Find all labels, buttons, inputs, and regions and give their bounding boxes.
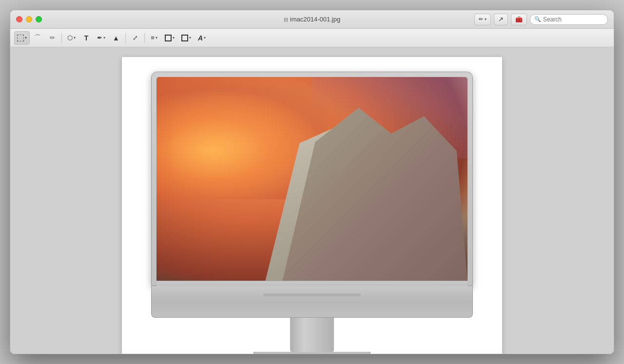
chevron-down-icon: ▾ (74, 36, 76, 40)
chevron-down-icon: ▾ (204, 36, 206, 40)
app-window: ⊟imac2014-001.jpg ✏ ▾ ↗ 🧰 🔍 ▾ (10, 10, 614, 354)
imac-stand-base (254, 352, 370, 354)
window-title: ⊟imac2014-001.jpg (284, 16, 340, 23)
minimize-button[interactable] (26, 16, 32, 22)
text-tool-button[interactable]: T (79, 31, 93, 45)
selection-tool-button[interactable]: ▾ (14, 31, 30, 45)
search-icon: 🔍 (534, 16, 541, 22)
border-icon (165, 35, 172, 41)
maximize-button[interactable] (36, 16, 42, 22)
share-icon: ↗ (498, 16, 504, 23)
chevron-down-icon: ▾ (25, 36, 27, 40)
chevron-down-icon: ▾ (156, 36, 157, 40)
share-button[interactable]: ↗ (494, 14, 508, 25)
shapes-tool-button[interactable]: ⬡ ▾ (64, 31, 78, 45)
text-icon: T (84, 34, 89, 42)
toolbar-separator-2 (125, 33, 126, 43)
traffic-lights (16, 16, 42, 22)
toolbar-right: ✏ ▾ ↗ 🧰 🔍 (474, 14, 608, 25)
chevron-down-icon: ▾ (103, 36, 105, 40)
font-icon: A (198, 34, 203, 42)
toolbar-separator-3 (144, 33, 145, 43)
toolbox-button[interactable]: 🧰 (511, 14, 527, 25)
canvas-area[interactable] (10, 47, 614, 354)
canvas-content (122, 57, 502, 354)
lasso-tool-button[interactable]: ⌒ (31, 31, 44, 45)
adjust-size-icon: ⤢ (133, 34, 138, 41)
font-button[interactable]: A ▾ (195, 31, 209, 45)
secondary-toolbar: ▾ ⌒ ✏ ⬡ ▾ T ✒ ▾ ▲ ⤢ ≡ ▾ (10, 29, 614, 47)
imac-screen-bezel (156, 77, 468, 281)
search-box[interactable]: 🔍 (530, 14, 608, 25)
align-icon: ≡ (151, 34, 155, 41)
adjust-size-button[interactable]: ⤢ (128, 31, 142, 45)
chevron-down-icon: ▾ (485, 17, 487, 21)
chevron-down-icon: ▾ (189, 36, 191, 40)
titlebar: ⊟imac2014-001.jpg ✏ ▾ ↗ 🧰 🔍 (10, 10, 614, 29)
imac-body (151, 72, 473, 286)
stroke-color-icon (181, 35, 188, 41)
imac-stand-neck (290, 318, 334, 352)
fill-icon: ▲ (113, 34, 119, 42)
imac-screen (156, 77, 468, 281)
toolbar-separator-1 (61, 33, 62, 43)
instant-alpha-icon: ✏ (50, 34, 55, 41)
selection-icon (17, 35, 24, 41)
stroke-color-button[interactable]: ▾ (178, 31, 194, 45)
pencil-button[interactable]: ✏ ▾ (474, 14, 491, 25)
chevron-down-icon: ▾ (173, 36, 175, 40)
align-button[interactable]: ≡ ▾ (147, 31, 161, 45)
shapes-icon: ⬡ (67, 34, 73, 41)
toolbox-icon: 🧰 (515, 16, 523, 23)
instant-alpha-button[interactable]: ✏ (45, 31, 59, 45)
pencil-icon: ✏ (479, 16, 483, 22)
imac-chin (151, 286, 473, 318)
signature-tool-button[interactable]: ✒ ▾ (94, 31, 108, 45)
close-button[interactable] (16, 16, 22, 22)
imac-illustration (151, 72, 473, 354)
border-style-button[interactable]: ▾ (162, 31, 177, 45)
lasso-icon: ⌒ (34, 34, 41, 42)
search-input[interactable] (543, 16, 602, 23)
fill-tool-button[interactable]: ▲ (109, 31, 123, 45)
signature-icon: ✒ (97, 34, 102, 41)
